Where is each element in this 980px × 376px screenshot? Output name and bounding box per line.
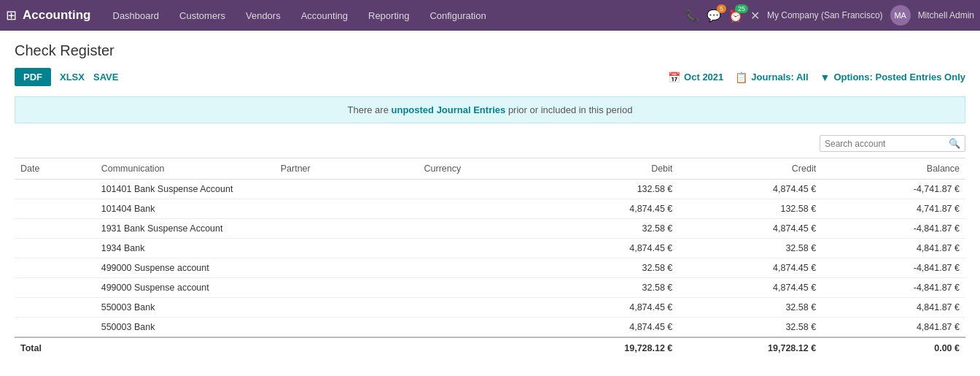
nav-vendors[interactable]: Vendors	[236, 0, 291, 31]
search-input[interactable]	[825, 139, 949, 149]
cell-communication: 101404 Bank	[96, 199, 275, 219]
table-row[interactable]: 1934 Bank 4,874.45 € 32.58 € 4,841.87 €	[15, 239, 965, 258]
cell-communication: 550003 Bank	[96, 298, 275, 318]
cell-partner	[275, 298, 419, 318]
phone-icon[interactable]: 📞	[685, 9, 699, 23]
calendar-icon: 📅	[668, 72, 680, 83]
cell-currency	[419, 258, 535, 278]
save-button[interactable]: SAVE	[93, 72, 118, 83]
cell-credit: 4,874.45 €	[678, 180, 822, 199]
user-avatar[interactable]: MA	[890, 5, 911, 26]
clock-icon[interactable]: ⏰ 25	[728, 9, 743, 23]
cell-balance: -4,741.87 €	[822, 180, 965, 199]
main-content: Check Register PDF XLSX SAVE 📅 Oct 2021 …	[0, 31, 980, 358]
clock-badge: 25	[735, 4, 748, 13]
col-header-partner: Partner	[275, 158, 419, 180]
cell-debit: 4,874.45 €	[534, 199, 678, 219]
cell-balance: 4,841.87 €	[822, 298, 965, 318]
table-row[interactable]: 101401 Bank Suspense Account 132.58 € 4,…	[15, 180, 965, 199]
cell-date	[15, 219, 96, 239]
cell-communication: 550003 Bank	[96, 318, 275, 338]
col-header-debit: Debit	[534, 158, 678, 180]
col-header-communication: Communication	[96, 158, 275, 180]
cell-balance: -4,841.87 €	[822, 219, 965, 239]
cell-credit: 4,874.45 €	[678, 219, 822, 239]
cell-debit: 32.58 €	[534, 278, 678, 298]
username: Mitchell Admin	[918, 10, 974, 20]
cell-communication: 1931 Bank Suspense Account	[96, 219, 275, 239]
table-row[interactable]: 101404 Bank 4,874.45 € 132.58 € 4,741.87…	[15, 199, 965, 219]
total-credit: 19,728.12 €	[678, 337, 822, 358]
nav-customers[interactable]: Customers	[169, 0, 236, 31]
topnav-right: 📞 💬 5 ⏰ 25 ✕ My Company (San Francisco) …	[685, 5, 974, 26]
cell-credit: 4,874.45 €	[678, 258, 822, 278]
total-balance: 0.00 €	[822, 337, 965, 358]
total-debit: 19,728.12 €	[534, 337, 678, 358]
cell-balance: 4,741.87 €	[822, 199, 965, 219]
top-navbar: ⊞ Accounting Dashboard Customers Vendors…	[0, 0, 980, 31]
cell-date	[15, 258, 96, 278]
toolbar: PDF XLSX SAVE 📅 Oct 2021 📋 Journals: All…	[15, 68, 965, 86]
cell-date	[15, 278, 96, 298]
journal-icon: 📋	[735, 72, 747, 83]
search-box: 🔍	[820, 135, 965, 152]
cell-partner	[275, 318, 419, 338]
date-filter[interactable]: 📅 Oct 2021	[668, 72, 723, 83]
cell-currency	[419, 278, 535, 298]
cell-debit: 32.58 €	[534, 258, 678, 278]
alert-banner: There are unposted Journal Entries prior…	[15, 96, 965, 123]
cell-credit: 32.58 €	[678, 239, 822, 258]
company-name[interactable]: My Company (San Francisco)	[767, 10, 883, 20]
cell-date	[15, 298, 96, 318]
journals-filter[interactable]: 📋 Journals: All	[735, 72, 808, 83]
col-header-currency: Currency	[419, 158, 535, 180]
cell-communication: 499000 Suspense account	[96, 258, 275, 278]
toolbar-filters: 📅 Oct 2021 📋 Journals: All ▼ Options: Po…	[668, 72, 965, 83]
cell-debit: 4,874.45 €	[534, 318, 678, 338]
table-row[interactable]: 550003 Bank 4,874.45 € 32.58 € 4,841.87 …	[15, 318, 965, 338]
cell-balance: 4,841.87 €	[822, 318, 965, 338]
cell-date	[15, 318, 96, 338]
cell-currency	[419, 298, 535, 318]
cell-partner	[275, 258, 419, 278]
cell-partner	[275, 278, 419, 298]
close-icon[interactable]: ✕	[750, 9, 760, 23]
cell-date	[15, 199, 96, 219]
pdf-button[interactable]: PDF	[15, 68, 51, 86]
cell-balance: -4,841.87 €	[822, 258, 965, 278]
alert-link[interactable]: unposted Journal Entries	[392, 104, 506, 115]
table-row[interactable]: 1931 Bank Suspense Account 32.58 € 4,874…	[15, 219, 965, 239]
nav-configuration[interactable]: Configuration	[419, 0, 496, 31]
total-label: Total	[15, 337, 534, 358]
options-filter[interactable]: ▼ Options: Posted Entries Only	[820, 72, 965, 83]
cell-partner	[275, 219, 419, 239]
chat-icon[interactable]: 💬 5	[707, 9, 721, 23]
cell-balance: -4,841.87 €	[822, 278, 965, 298]
cell-communication: 1934 Bank	[96, 239, 275, 258]
app-brand[interactable]: Accounting	[23, 8, 91, 23]
table-row[interactable]: 499000 Suspense account 32.58 € 4,874.45…	[15, 258, 965, 278]
table-row[interactable]: 499000 Suspense account 32.58 € 4,874.45…	[15, 278, 965, 298]
nav-reporting[interactable]: Reporting	[358, 0, 419, 31]
xlsx-button[interactable]: XLSX	[60, 72, 85, 83]
cell-debit: 32.58 €	[534, 219, 678, 239]
cell-communication: 101401 Bank Suspense Account	[96, 180, 275, 199]
nav-dashboard[interactable]: Dashboard	[103, 0, 170, 31]
cell-credit: 32.58 €	[678, 298, 822, 318]
report-table: Date Communication Partner Currency Debi…	[15, 158, 965, 358]
cell-balance: 4,841.87 €	[822, 239, 965, 258]
cell-partner	[275, 199, 419, 219]
cell-currency	[419, 199, 535, 219]
cell-partner	[275, 239, 419, 258]
table-row[interactable]: 550003 Bank 4,874.45 € 32.58 € 4,841.87 …	[15, 298, 965, 318]
grid-icon[interactable]: ⊞	[6, 7, 17, 23]
cell-debit: 4,874.45 €	[534, 239, 678, 258]
cell-credit: 132.58 €	[678, 199, 822, 219]
search-icon: 🔍	[949, 138, 960, 149]
cell-debit: 4,874.45 €	[534, 298, 678, 318]
page-title: Check Register	[15, 42, 965, 59]
cell-currency	[419, 239, 535, 258]
nav-accounting[interactable]: Accounting	[291, 0, 358, 31]
cell-currency	[419, 318, 535, 338]
col-header-credit: Credit	[678, 158, 822, 180]
